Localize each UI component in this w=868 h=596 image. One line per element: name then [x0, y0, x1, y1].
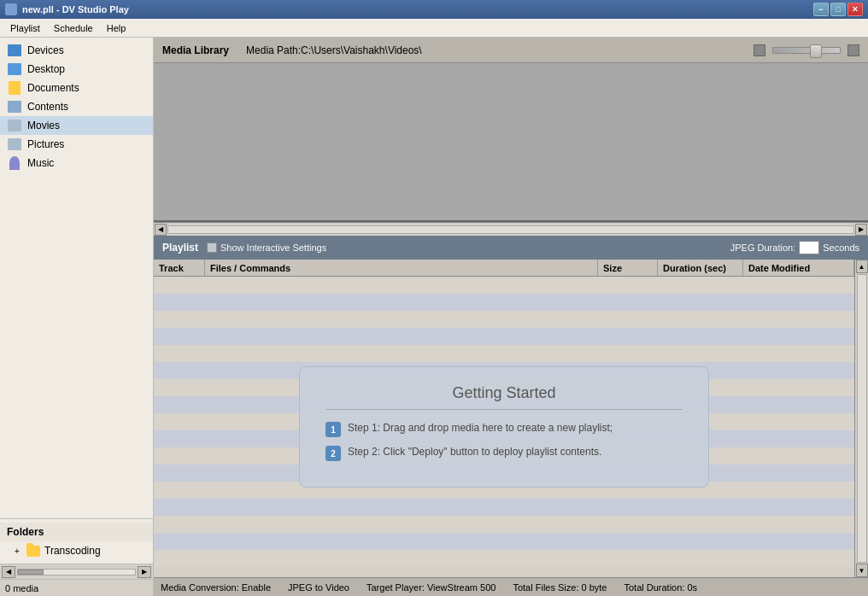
table-header: Track Files / Commands Size Duration (se…: [154, 260, 854, 277]
step2-row: 2 Step 2: Click "Deploy" button to deplo…: [326, 446, 683, 461]
col-files: Files / Commands: [205, 260, 598, 276]
documents-icon: [7, 81, 22, 95]
sidebar-item-pictures[interactable]: Pictures: [0, 135, 153, 154]
sidebar-item-music[interactable]: Music: [0, 154, 153, 172]
sidebar-item-contents[interactable]: Contents: [0, 97, 153, 116]
playlist-section: Playlist Show Interactive Settings JPEG …: [154, 236, 868, 577]
tree-item-transcoding[interactable]: + Transcoding: [0, 541, 153, 560]
col-track: Track: [154, 260, 205, 276]
col-size: Size: [598, 260, 658, 276]
preview-area: [154, 63, 868, 222]
status-total-duration: Total Duration: 0s: [624, 582, 697, 593]
playlist-table: Track Files / Commands Size Duration (se…: [154, 260, 854, 577]
table-row: [154, 499, 854, 516]
preview-scrollbar-h: ◀ ▶: [154, 222, 868, 236]
media-square2-icon: [847, 44, 859, 56]
scroll-left-button[interactable]: ◀: [2, 566, 15, 578]
table-row: [154, 516, 854, 533]
media-square-icon: [754, 44, 765, 56]
show-interactive-checkbox[interactable]: [207, 242, 217, 253]
step1-row: 1 Step 1: Drag and drop media here to cr…: [326, 422, 683, 437]
jpeg-duration-input[interactable]: 5: [799, 241, 819, 254]
menu-bar: Playlist Schedule Help: [0, 19, 868, 38]
sidebar-item-movies[interactable]: Movies: [0, 116, 153, 135]
sidebar-scrollbar: ◀ ▶: [0, 564, 153, 579]
sidebar: Devices Desktop Documents Contents Movie…: [0, 38, 154, 596]
v-scrollbar: ▲ ▼: [854, 260, 868, 577]
content-area: Media Library Media Path:C:\Users\Vaisha…: [154, 38, 868, 596]
media-path: Media Path:C:\Users\Vaishakh\Videos\: [246, 44, 422, 56]
media-count: 0 media: [5, 583, 38, 593]
table-row: [154, 311, 854, 328]
pictures-icon: [7, 137, 22, 151]
col-modified: Date Modified: [743, 260, 854, 276]
v-scroll-track: [857, 274, 867, 563]
status-total-files: Total Files Size: 0 byte: [513, 582, 607, 593]
jpeg-duration-section: JPEG Duration: 5 Seconds: [730, 241, 859, 254]
step2-badge: 2: [326, 446, 341, 461]
app-icon: [5, 3, 17, 15]
close-button[interactable]: ✕: [847, 3, 863, 16]
v-scroll-down[interactable]: ▼: [856, 564, 868, 577]
status-media-conversion: Media Conversion: Enable: [161, 582, 271, 593]
music-icon: [7, 156, 22, 170]
v-scroll-up[interactable]: ▲: [856, 260, 868, 273]
status-target-player: Target Player: ViewStream 500: [367, 582, 496, 593]
table-body: Getting Started 1 Step 1: Drag and drop …: [154, 277, 854, 577]
folders-header: Folders: [0, 523, 153, 541]
table-row: [154, 550, 854, 567]
media-library-label: Media Library: [162, 44, 229, 56]
title-bar: new.pll - DV Studio Play − □ ✕: [0, 0, 868, 19]
h-scroll-right[interactable]: ▶: [855, 224, 867, 236]
show-interactive-label: Show Interactive Settings: [220, 242, 326, 253]
app-title: new.pll - DV Studio Play: [22, 4, 129, 15]
table-row: [154, 533, 854, 550]
title-bar-left: new.pll - DV Studio Play: [5, 3, 129, 15]
desktop-icon: [7, 62, 22, 76]
h-scroll-left[interactable]: ◀: [155, 224, 167, 236]
devices-icon: [7, 44, 22, 57]
playlist-header: Playlist Show Interactive Settings JPEG …: [154, 236, 868, 260]
menu-help[interactable]: Help: [100, 21, 133, 35]
sidebar-list: Devices Desktop Documents Contents Movie…: [0, 38, 153, 518]
h-scroll-track: [167, 225, 854, 234]
getting-started-title: Getting Started: [326, 384, 683, 410]
menu-schedule[interactable]: Schedule: [47, 21, 100, 35]
table-row: [154, 277, 854, 294]
scroll-thumb: [18, 570, 44, 575]
scroll-track: [17, 569, 136, 576]
menu-playlist[interactable]: Playlist: [3, 21, 47, 35]
playlist-body: Track Files / Commands Size Duration (se…: [154, 260, 868, 577]
title-controls: − □ ✕: [813, 3, 863, 16]
sidebar-item-documents[interactable]: Documents: [0, 79, 153, 97]
minimize-button[interactable]: −: [813, 3, 829, 16]
playlist-title: Playlist: [162, 242, 198, 254]
sidebar-item-desktop[interactable]: Desktop: [0, 60, 153, 79]
folders-section: Folders + Transcoding: [0, 518, 153, 564]
status-jpeg-to-video: JPEG to Video: [288, 582, 349, 593]
table-row: [154, 328, 854, 345]
step1-badge: 1: [326, 422, 341, 437]
media-header-right: [754, 44, 859, 56]
step1-text: Step 1: Drag and drop media here to crea…: [348, 422, 613, 434]
media-slider-thumb: [810, 44, 822, 58]
seconds-label: Seconds: [823, 242, 859, 253]
col-duration: Duration (sec): [658, 260, 743, 276]
table-row: [154, 345, 854, 362]
maximize-button[interactable]: □: [830, 3, 846, 16]
sidebar-status: 0 media: [0, 579, 153, 596]
sidebar-item-devices[interactable]: Devices: [0, 41, 153, 60]
step2-text: Step 2: Click "Deploy" button to deploy …: [348, 446, 601, 458]
media-slider[interactable]: [772, 47, 841, 54]
movies-icon: [7, 119, 22, 132]
playlist-header-mid: Show Interactive Settings: [207, 242, 722, 253]
expand-icon[interactable]: +: [12, 546, 22, 556]
folder-icon: [26, 544, 41, 558]
contents-icon: [7, 100, 22, 114]
main-container: Devices Desktop Documents Contents Movie…: [0, 38, 868, 596]
scroll-right-button[interactable]: ▶: [138, 566, 151, 578]
table-row: [154, 294, 854, 311]
jpeg-duration-label: JPEG Duration:: [730, 242, 795, 253]
status-bar: Media Conversion: Enable JPEG to Video T…: [154, 577, 868, 596]
media-slider-container: [772, 47, 841, 54]
